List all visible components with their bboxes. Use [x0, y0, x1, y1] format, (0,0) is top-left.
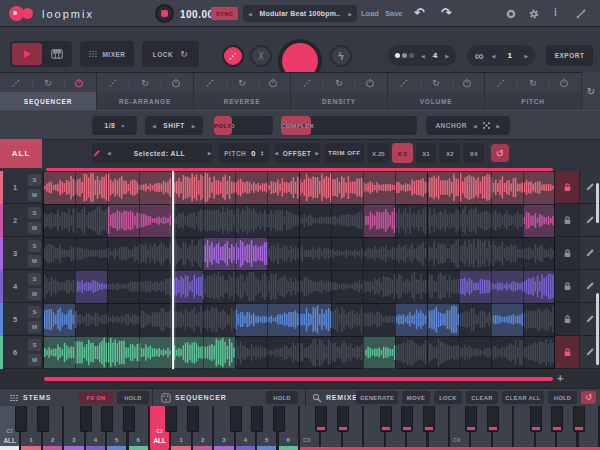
tab-reverse[interactable]: REVERSE [194, 92, 291, 110]
shift-next-icon[interactable]: ▶ [192, 123, 196, 129]
random-diagonal-icon[interactable]: ⋰ [303, 78, 311, 87]
remix-clear-all-button[interactable]: CLEAR ALL [502, 391, 544, 404]
solo-button[interactable]: S [28, 339, 41, 351]
cycle-icon[interactable]: ↻ [141, 78, 149, 88]
pitch-control[interactable]: PITCH 0 ▴▾ [218, 143, 270, 163]
piano-mode-icon[interactable] [51, 48, 63, 60]
cycle-icon[interactable]: ↻ [44, 78, 52, 88]
stem-black-key[interactable] [187, 406, 199, 432]
preset-next-icon[interactable]: ▶ [348, 11, 352, 17]
stem-black-key[interactable] [273, 406, 285, 432]
random-diagonal-icon[interactable]: ⋰ [109, 78, 117, 87]
stem-black-key[interactable] [123, 406, 135, 432]
pencil-icon[interactable] [585, 215, 595, 225]
offset-control[interactable]: ◀ OFFSET ▶ [274, 143, 320, 163]
remix-black-key[interactable] [337, 406, 349, 432]
stem-black-key[interactable] [37, 406, 49, 432]
stem-black-key[interactable] [165, 406, 177, 432]
lock-icon[interactable] [562, 248, 573, 259]
offset-next-icon[interactable]: ▶ [315, 150, 319, 156]
lock-icon[interactable] [562, 215, 573, 226]
pattern-dot-1[interactable] [395, 53, 400, 58]
loop-next-icon[interactable]: ▶ [524, 53, 528, 59]
solo-button[interactable]: S [28, 207, 41, 219]
solo-button[interactable]: S [28, 240, 41, 252]
tab-sequencer[interactable]: SEQUENCER [0, 92, 97, 110]
cycle-icon[interactable]: ↻ [238, 78, 246, 88]
grid-scrollbar-segment-bottom[interactable] [596, 293, 599, 365]
shift-prev-icon[interactable]: ◀ [152, 123, 156, 129]
remix-black-key[interactable] [423, 406, 435, 432]
preset-selector[interactable]: ◀ Modular Beat 100bpm.. ▶ [243, 5, 357, 22]
loop-range-line[interactable] [44, 377, 553, 381]
shift-control[interactable]: ◀ SHIFT ▶ [145, 116, 203, 135]
pencil-icon[interactable] [585, 182, 595, 192]
fx-on-button[interactable]: FX ON [79, 391, 113, 404]
speed-x.5[interactable]: X.5 [392, 143, 413, 163]
edit-pencil-icon[interactable] [92, 149, 101, 158]
selected-next-icon[interactable]: ▶ [208, 150, 212, 156]
tabs-refresh-icon[interactable]: ↻ [582, 72, 600, 110]
sequencer-hold-button[interactable]: HOLD [266, 391, 298, 404]
info-icon[interactable]: i [554, 7, 557, 18]
pencil-icon[interactable] [585, 281, 595, 291]
selected-track-control[interactable]: ◀ Selected: ALL ▶ [92, 143, 212, 163]
remix-lock-button[interactable]: LOCK [434, 391, 462, 404]
solo-button[interactable]: S [28, 174, 41, 186]
offset-prev-icon[interactable]: ◀ [274, 150, 278, 156]
mute-button[interactable]: M [28, 222, 41, 234]
power-icon[interactable] [559, 78, 569, 88]
lock-icon[interactable] [562, 314, 573, 325]
sync-button[interactable]: SYNC [211, 7, 238, 20]
mixer-button[interactable]: MIXER [80, 41, 134, 67]
stem-black-key[interactable] [15, 406, 27, 432]
random-diagonal-icon[interactable]: ⋰ [206, 78, 214, 87]
pencil-icon[interactable] [585, 314, 595, 324]
remix-refresh-button[interactable]: ↺ [581, 391, 596, 404]
remix-black-key[interactable] [465, 406, 477, 432]
pitch-stepper-icon[interactable]: ▴▾ [261, 150, 264, 157]
remix-black-key[interactable] [573, 406, 585, 432]
anchor-dice-icon[interactable] [482, 121, 491, 130]
play-button[interactable] [12, 43, 42, 65]
cycle-icon[interactable]: ↻ [529, 78, 537, 88]
stem-black-key[interactable] [101, 406, 113, 432]
track-lock-cell[interactable] [555, 204, 579, 237]
stem-black-key[interactable] [80, 406, 92, 432]
power-icon[interactable] [268, 78, 278, 88]
infinity-icon[interactable]: ∞ [475, 51, 484, 61]
mute-button[interactable]: M [28, 354, 41, 366]
lock-icon[interactable] [562, 281, 573, 292]
random-knob[interactable]: ⋰ [222, 45, 244, 67]
remix-generate-button[interactable]: GENERATE [356, 391, 398, 404]
select-all-button[interactable]: ALL [0, 139, 42, 168]
waveform-grid[interactable] [43, 171, 555, 369]
lock-cycle-icon[interactable]: ↻ [180, 49, 188, 59]
bars-next-icon[interactable]: ▶ [445, 53, 449, 59]
load-button[interactable]: Load [361, 9, 379, 18]
power-icon[interactable] [171, 78, 181, 88]
stem-black-key[interactable] [230, 406, 242, 432]
add-bar-button[interactable]: + [557, 372, 563, 384]
retrigger-rotate-button[interactable]: ↺ [491, 144, 509, 162]
mute-button[interactable]: M [28, 288, 41, 300]
track-lock-cell[interactable] [555, 336, 579, 369]
mute-button[interactable]: M [28, 255, 41, 267]
stem-black-key[interactable] [251, 406, 263, 432]
anchor-prev-icon[interactable]: ◀ [473, 123, 477, 129]
remix-hold-button[interactable]: HOLD [548, 391, 577, 404]
retrigger-knob[interactable]: ϟ [330, 45, 352, 67]
random-diagonal-icon[interactable]: ⋰ [497, 78, 505, 87]
stems-hold-button[interactable]: HOLD [117, 391, 149, 404]
remix-black-key[interactable] [401, 406, 413, 432]
anchor-control[interactable]: ANCHOR ◀ ▶ [426, 116, 510, 135]
trim-toggle[interactable]: TRIM OFF [325, 143, 364, 163]
track-lock-cell[interactable] [555, 171, 579, 204]
complexity-mode-complex[interactable]: COMPLEX [281, 116, 314, 135]
track-edit-cell[interactable] [579, 237, 600, 270]
solo-button[interactable]: S [28, 306, 41, 318]
remix-clear-button[interactable]: CLEAR [466, 391, 498, 404]
pencil-icon[interactable] [585, 248, 595, 258]
mute-button[interactable]: M [28, 321, 41, 333]
remix-black-key[interactable] [380, 406, 392, 432]
